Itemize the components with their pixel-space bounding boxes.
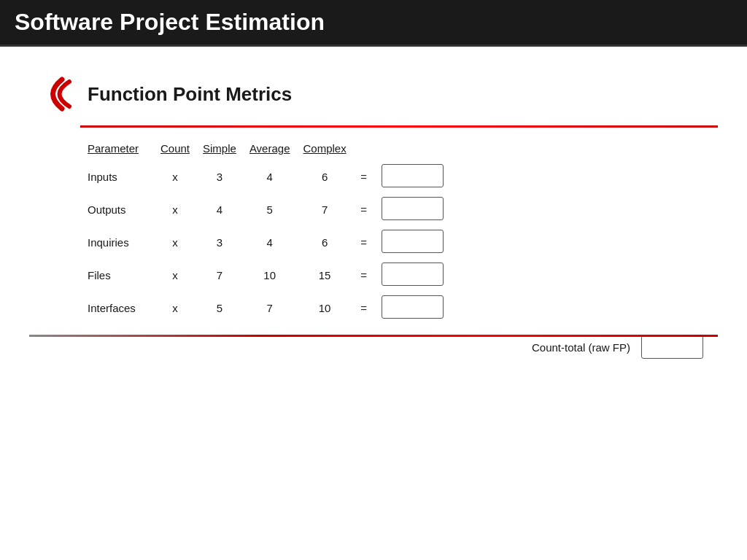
result-box-2[interactable] xyxy=(382,230,444,253)
total-row: Count-total (raw FP) xyxy=(29,335,718,359)
table-row: Interfaces x 5 7 10 = xyxy=(88,292,457,324)
top-red-divider xyxy=(80,125,718,128)
col-header-parameter: Parameter xyxy=(88,142,160,160)
param-name: Interfaces xyxy=(88,292,160,324)
table-row: Files x 7 10 15 = xyxy=(88,259,457,292)
col-simple: 5 xyxy=(203,292,249,324)
page-wrapper: Software Project Estimation Function Poi… xyxy=(0,0,747,381)
col-x: x xyxy=(160,259,203,292)
col-complex: 6 xyxy=(303,160,360,193)
decorative-chevron-icon xyxy=(29,69,80,120)
col-average: 4 xyxy=(249,160,303,193)
result-box-4[interactable] xyxy=(382,295,444,319)
col-equals: = xyxy=(360,226,382,259)
total-result-box[interactable] xyxy=(641,335,703,359)
result-box-0[interactable] xyxy=(382,164,444,187)
col-average: 5 xyxy=(249,193,303,226)
col-equals: = xyxy=(360,259,382,292)
param-name: Inputs xyxy=(88,160,160,193)
col-average: 4 xyxy=(249,226,303,259)
section-header: Function Point Metrics xyxy=(29,69,718,120)
bottom-red-divider xyxy=(29,335,718,337)
param-name: Inquiries xyxy=(88,226,160,259)
col-x: x xyxy=(160,226,203,259)
result-cell xyxy=(382,193,457,226)
table-row: Inquiries x 3 4 6 = xyxy=(88,226,457,259)
param-name: Outputs xyxy=(88,193,160,226)
col-complex: 6 xyxy=(303,226,360,259)
col-simple: 3 xyxy=(203,226,249,259)
col-header-result xyxy=(382,142,457,160)
col-equals: = xyxy=(360,193,382,226)
col-simple: 4 xyxy=(203,193,249,226)
table-row: Inputs x 3 4 6 = xyxy=(88,160,457,193)
col-x: x xyxy=(160,193,203,226)
table-row: Outputs x 4 5 7 = xyxy=(88,193,457,226)
col-x: x xyxy=(160,292,203,324)
col-complex: 10 xyxy=(303,292,360,324)
result-cell xyxy=(382,160,457,193)
col-x: x xyxy=(160,160,203,193)
metrics-table: Parameter Count Simple Average Complex I… xyxy=(88,142,457,324)
param-name: Files xyxy=(88,259,160,292)
section-title: Function Point Metrics xyxy=(88,83,292,106)
result-cell xyxy=(382,292,457,324)
result-box-1[interactable] xyxy=(382,197,444,220)
col-average: 10 xyxy=(249,259,303,292)
result-cell xyxy=(382,259,457,292)
metrics-table-container: Parameter Count Simple Average Complex I… xyxy=(88,142,718,324)
total-label: Count-total (raw FP) xyxy=(532,341,630,354)
col-header-average: Average xyxy=(249,142,303,160)
col-average: 7 xyxy=(249,292,303,324)
result-cell xyxy=(382,226,457,259)
content-area: Function Point Metrics Parameter Count S… xyxy=(0,47,747,381)
col-simple: 7 xyxy=(203,259,249,292)
col-simple: 3 xyxy=(203,160,249,193)
col-equals: = xyxy=(360,160,382,193)
result-box-3[interactable] xyxy=(382,262,444,286)
page-header: Software Project Estimation xyxy=(0,0,747,47)
page-title: Software Project Estimation xyxy=(15,9,325,35)
col-header-simple: Simple xyxy=(203,142,249,160)
col-complex: 15 xyxy=(303,259,360,292)
table-header-row: Parameter Count Simple Average Complex xyxy=(88,142,457,160)
col-header-equals xyxy=(360,142,382,160)
col-equals: = xyxy=(360,292,382,324)
col-header-count: Count xyxy=(160,142,203,160)
col-complex: 7 xyxy=(303,193,360,226)
col-header-complex: Complex xyxy=(303,142,360,160)
